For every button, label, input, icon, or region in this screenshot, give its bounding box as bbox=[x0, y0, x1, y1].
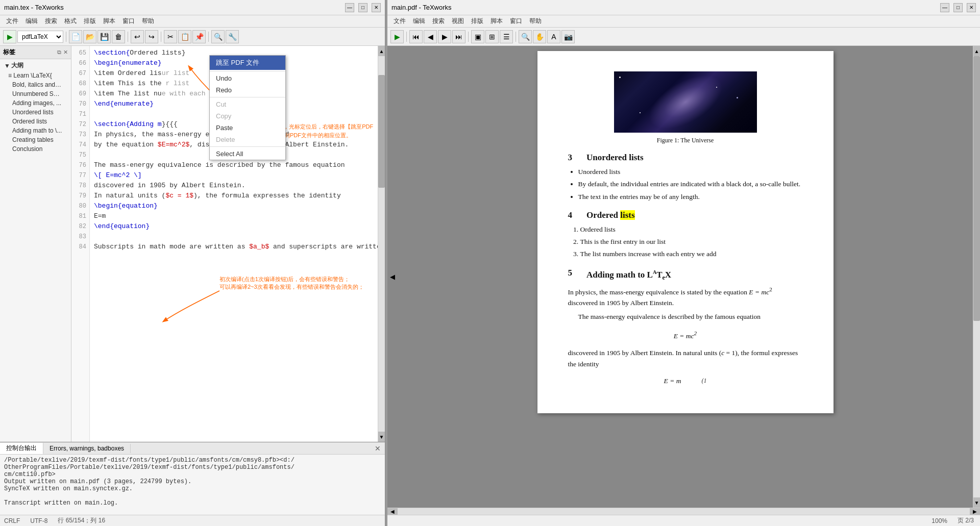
minimize-button[interactable]: — bbox=[345, 3, 354, 12]
menu-search[interactable]: 搜索 bbox=[42, 16, 60, 26]
sidebar-item-6[interactable]: Adding math to \... bbox=[0, 126, 71, 135]
pdf-zoom-in-button[interactable]: 🔍 bbox=[519, 30, 532, 43]
sidebar-section-title: ▼ 大纲 bbox=[0, 60, 71, 71]
sidebar-item-3[interactable]: Adding images, ... bbox=[0, 98, 71, 108]
tab-console[interactable]: 控制台输出 bbox=[0, 443, 43, 454]
compiler-select[interactable]: pdfLaTeX XeLaTeX LuaLaTeX bbox=[17, 31, 63, 43]
menu-file[interactable]: 文件 bbox=[3, 16, 21, 26]
left-menubar: 文件 编辑 搜索 格式 排版 脚本 窗口 帮助 bbox=[0, 15, 385, 28]
pdf-next-page-button[interactable]: ▶ bbox=[438, 30, 451, 43]
pdf-menu-search[interactable]: 搜索 bbox=[429, 16, 448, 26]
context-menu-cut[interactable]: Cut bbox=[210, 98, 285, 110]
pdf-menu-help[interactable]: 帮助 bbox=[526, 16, 545, 26]
pdf-last-page-button[interactable]: ⏭ bbox=[452, 30, 465, 43]
left-toolbar: ▶ pdfLaTeX XeLaTeX LuaLaTeX 📄 📂 💾 🗑 ↩ ↪ … bbox=[0, 28, 385, 46]
menu-scripts[interactable]: 脚本 bbox=[100, 16, 118, 26]
cut-button[interactable]: ✂ bbox=[164, 30, 177, 43]
undo-button[interactable]: ↩ bbox=[131, 30, 144, 43]
right-maximize-button[interactable]: □ bbox=[953, 3, 963, 12]
right-close-button[interactable]: ✕ bbox=[967, 3, 976, 12]
pdf-li-3-1: Unordered lists bbox=[578, 167, 803, 177]
pdf-scroll-right-btn[interactable]: ▶ bbox=[970, 508, 980, 515]
sidebar-close-icon[interactable]: ✕ bbox=[63, 49, 68, 56]
sidebar-item-8[interactable]: Conclusion bbox=[0, 144, 71, 154]
left-title: main.tex - TeXworks bbox=[4, 4, 64, 11]
sidebar-item-7[interactable]: Creating tables bbox=[0, 135, 71, 144]
sidebar-item-5[interactable]: Ordered lists bbox=[0, 117, 71, 126]
pdf-first-page-button[interactable]: ⏮ bbox=[409, 30, 423, 43]
pdf-scroll-left-btn[interactable]: ◀ bbox=[387, 508, 398, 515]
code-editor[interactable]: 6566676869 7071727374 7576777879 8081828… bbox=[71, 46, 378, 442]
scroll-down-button[interactable]: ▼ bbox=[378, 432, 385, 442]
pdf-scroll-up[interactable]: ▲ bbox=[973, 46, 980, 56]
pdf-scrollbar-h[interactable]: ◀ ▶ bbox=[387, 508, 980, 515]
pdf-view-single-button[interactable]: ▣ bbox=[471, 30, 484, 43]
scroll-up-button[interactable]: ▲ bbox=[378, 46, 385, 56]
collapse-icon[interactable]: ▼ bbox=[4, 62, 10, 69]
sidebar-controls: ⧉ ✕ bbox=[57, 49, 68, 56]
sidebar-item-2[interactable]: Unnumbered Sec... bbox=[0, 89, 71, 98]
code-line-81: E=m bbox=[94, 211, 374, 221]
remove-button[interactable]: 🗑 bbox=[112, 30, 125, 43]
sidebar-item-1[interactable]: Bold, italics and u... bbox=[0, 80, 71, 89]
menu-format[interactable]: 格式 bbox=[61, 16, 80, 26]
menu-window[interactable]: 窗口 bbox=[119, 16, 138, 26]
left-panel: main.tex - TeXworks — □ ✕ 文件 编辑 搜索 格式 排版… bbox=[0, 0, 385, 526]
search-button[interactable]: 🔍 bbox=[211, 30, 225, 43]
close-button[interactable]: ✕ bbox=[372, 3, 381, 12]
context-menu-redo[interactable]: Redo bbox=[210, 84, 285, 96]
status-position: 行 65/154；列 16 bbox=[58, 516, 105, 525]
tools-button[interactable]: 🔧 bbox=[226, 30, 239, 43]
pdf-scroll-track[interactable] bbox=[973, 56, 980, 497]
pdf-content[interactable]: Figure 1: The Universe 3Unordered lists … bbox=[398, 46, 973, 508]
redo-button[interactable]: ↪ bbox=[145, 30, 158, 43]
right-minimize-button[interactable]: — bbox=[940, 3, 949, 12]
pdf-prev-page-button[interactable]: ◀ bbox=[424, 30, 437, 43]
pdf-hand-tool-button[interactable]: ✋ bbox=[533, 30, 546, 43]
editor-scrollbar[interactable]: ▲ ▼ bbox=[378, 46, 385, 442]
context-menu-goto-pdf[interactable]: 跳至 PDF 文件 bbox=[210, 56, 285, 70]
bottom-panel: 控制台输出 Errors, warnings, badboxes ✕ /Port… bbox=[0, 442, 385, 526]
new-file-button[interactable]: 📄 bbox=[69, 30, 82, 43]
pdf-snapshot-button[interactable]: 📷 bbox=[561, 30, 575, 43]
pdf-scroll-thumb[interactable] bbox=[973, 56, 980, 321]
sidebar-item-0[interactable]: ≡ Learn \LaTeX{ bbox=[0, 71, 71, 80]
pdf-text-tool-button[interactable]: A bbox=[547, 30, 560, 43]
pdf-scroll-left[interactable]: ◀ bbox=[387, 46, 398, 508]
sidebar-detach-icon[interactable]: ⧉ bbox=[57, 49, 61, 56]
play-button[interactable]: ▶ bbox=[3, 30, 16, 43]
maximize-button[interactable]: □ bbox=[358, 3, 368, 12]
scroll-track[interactable] bbox=[378, 56, 385, 432]
menu-help[interactable]: 帮助 bbox=[139, 16, 157, 26]
context-menu-copy[interactable]: Copy bbox=[210, 110, 285, 122]
pdf-menu-file[interactable]: 文件 bbox=[390, 16, 409, 26]
pdf-scrollbar-v[interactable]: ▲ ▼ bbox=[973, 46, 980, 508]
pdf-menu-edit[interactable]: 编辑 bbox=[410, 16, 428, 26]
tab-errors[interactable]: Errors, warnings, badboxes bbox=[43, 444, 131, 453]
menu-typeset[interactable]: 排版 bbox=[81, 16, 99, 26]
context-menu-select-all[interactable]: Select All bbox=[210, 148, 285, 160]
section-3-title: Unordered lists bbox=[586, 153, 644, 163]
context-menu-paste[interactable]: Paste bbox=[210, 122, 285, 134]
bottom-close-button[interactable]: ✕ bbox=[371, 443, 385, 454]
paste-button-2[interactable]: 📌 bbox=[192, 30, 206, 43]
pdf-scroll-down[interactable]: ▼ bbox=[973, 497, 980, 508]
context-menu-delete[interactable]: Delete bbox=[210, 134, 285, 145]
pdf-play-button[interactable]: ▶ bbox=[390, 30, 404, 43]
pdf-menu-window[interactable]: 窗口 bbox=[507, 16, 525, 26]
sidebar-item-4[interactable]: Unordered lists bbox=[0, 108, 71, 117]
copy-button-2[interactable]: 📋 bbox=[178, 30, 191, 43]
save-file-button[interactable]: 💾 bbox=[97, 30, 111, 43]
menu-edit[interactable]: 编辑 bbox=[22, 16, 41, 26]
pdf-menu-view[interactable]: 视图 bbox=[449, 16, 467, 26]
pdf-menu-scripts[interactable]: 脚本 bbox=[487, 16, 506, 26]
pdf-view-cont-button[interactable]: ☰ bbox=[500, 30, 513, 43]
section-4-num: 4 bbox=[568, 210, 573, 220]
pdf-view-double-button[interactable]: ⊞ bbox=[485, 30, 499, 43]
scroll-thumb[interactable] bbox=[378, 75, 385, 188]
pdf-menu-typeset[interactable]: 排版 bbox=[468, 16, 486, 26]
pdf-ol-4: Ordered lists This is the first entry in… bbox=[580, 224, 803, 260]
open-file-button[interactable]: 📂 bbox=[83, 30, 96, 43]
pdf-li-3-2: By default, the individual entries are i… bbox=[578, 179, 803, 189]
context-menu-undo[interactable]: Undo bbox=[210, 72, 285, 84]
